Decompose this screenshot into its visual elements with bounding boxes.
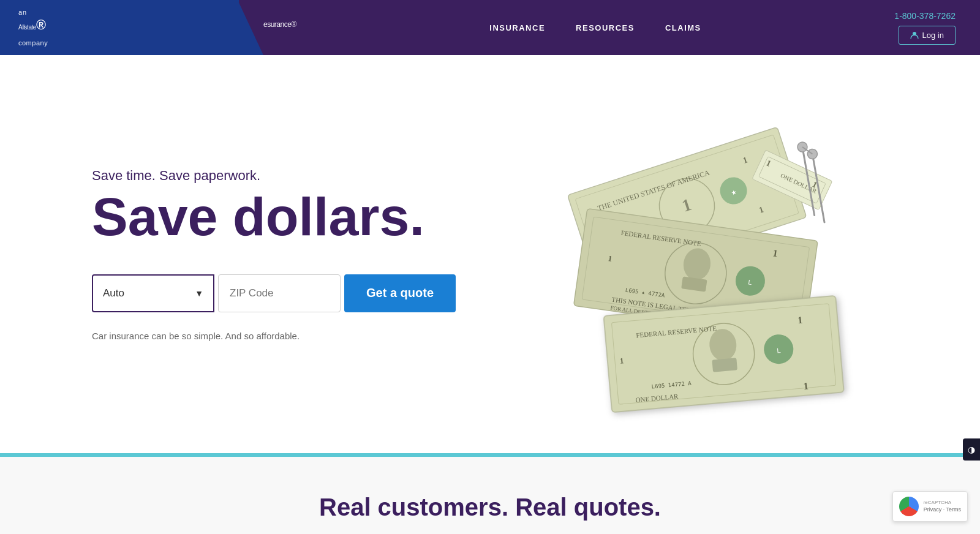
main-nav: INSURANCE RESOURCES CLAIMS xyxy=(489,23,701,32)
allstate-brand-label: Allstate® xyxy=(18,17,45,40)
nav-claims[interactable]: CLAIMS xyxy=(665,23,701,32)
section-below-title: Real customers. Real quotes. xyxy=(0,494,980,521)
hero-image: 1 THE UNITED STATES OF AMERICA ONE DOLLA… xyxy=(539,55,980,453)
recaptcha-text: reCAPTCHA Privacy · Terms xyxy=(924,499,961,514)
hero-title: Save dollars. xyxy=(92,190,539,244)
user-icon xyxy=(910,31,919,39)
svg-rect-29 xyxy=(712,358,737,372)
nav-resources[interactable]: RESOURCES xyxy=(576,23,635,32)
zip-code-input[interactable] xyxy=(218,274,341,312)
get-quote-button[interactable]: Get a quote xyxy=(344,274,456,312)
money-illustration: 1 THE UNITED STATES OF AMERICA ONE DOLLA… xyxy=(557,116,864,435)
recaptcha-inner: reCAPTCHA Privacy · Terms xyxy=(899,497,961,516)
allstate-logo: an Allstate® company xyxy=(18,9,48,47)
accessibility-icon: ◑ xyxy=(968,445,975,454)
header-left: an Allstate® company xyxy=(0,0,239,55)
section-below: Real customers. Real quotes. xyxy=(0,457,980,534)
quote-form: Auto ▼ Get a quote xyxy=(92,274,539,312)
allstate-an-label: an xyxy=(18,9,27,16)
phone-number: 1-800-378-7262 xyxy=(894,11,956,21)
hero-subtitle: Save time. Save paperwork. xyxy=(92,168,539,184)
insurance-type-select[interactable]: Auto ▼ xyxy=(92,274,214,312)
allstate-company-label: company xyxy=(18,39,48,47)
nav-insurance[interactable]: INSURANCE xyxy=(489,23,545,32)
header: an Allstate® company esurance® INSURANCE… xyxy=(0,0,980,55)
svg-text:1: 1 xyxy=(803,380,809,391)
hero-content: Save time. Save paperwork. Save dollars.… xyxy=(0,55,539,453)
svg-text:L: L xyxy=(777,347,781,354)
svg-text:1: 1 xyxy=(797,315,803,326)
recaptcha-logo-icon xyxy=(899,497,919,516)
esurance-logo: esurance® xyxy=(263,18,296,37)
recaptcha-privacy-terms: Privacy · Terms xyxy=(924,506,961,514)
dropdown-arrow-icon: ▼ xyxy=(195,288,203,298)
svg-text:1: 1 xyxy=(619,356,624,366)
hero-section: Save time. Save paperwork. Save dollars.… xyxy=(0,55,980,453)
login-button[interactable]: Log in xyxy=(899,26,956,45)
recaptcha-protected-label: reCAPTCHA xyxy=(924,499,961,506)
insurance-select-value: Auto xyxy=(103,287,124,299)
svg-point-46 xyxy=(805,147,819,160)
hero-caption: Car insurance can be so simple. And so a… xyxy=(92,331,539,341)
header-actions: 1-800-378-7262 Log in xyxy=(894,11,956,45)
accessibility-widget[interactable]: ◑ xyxy=(963,438,980,461)
recaptcha-badge: reCAPTCHA Privacy · Terms xyxy=(892,491,968,522)
header-right: esurance® INSURANCE RESOURCES CLAIMS 1-8… xyxy=(239,0,980,55)
